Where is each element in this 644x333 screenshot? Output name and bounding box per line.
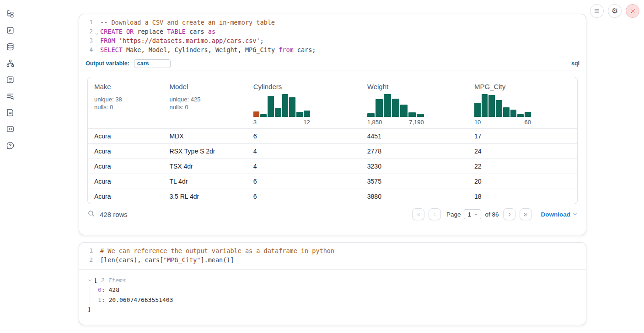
table-cell[interactable]: 3575 bbox=[361, 178, 468, 185]
tree-entry[interactable]: 1: 20.060747663551403 bbox=[98, 295, 586, 305]
histogram-bar bbox=[482, 94, 488, 117]
histogram-bar bbox=[260, 114, 267, 117]
histogram-range-labels: 1060 bbox=[474, 119, 531, 126]
table-cell[interactable]: 17 bbox=[468, 132, 577, 140]
menu-button[interactable] bbox=[590, 4, 604, 18]
previous-page-button[interactable] bbox=[429, 208, 441, 220]
tree-entry[interactable]: 0: 428 bbox=[98, 285, 586, 295]
python-cell: 1# We can reference the output variable … bbox=[79, 242, 586, 325]
datasources-icon[interactable] bbox=[4, 40, 16, 53]
table-cell[interactable]: Acura bbox=[88, 193, 163, 200]
table-cell[interactable]: 3230 bbox=[361, 163, 468, 170]
table-cell[interactable]: 2778 bbox=[361, 148, 468, 155]
code-line[interactable]: 2CREATE OR replace TABLE cars as bbox=[79, 27, 586, 36]
settings-button[interactable]: ⚙ bbox=[608, 4, 622, 18]
documentation-icon[interactable] bbox=[4, 106, 16, 119]
table-header-row: Makeunique: 38nulls: 0Modelunique: 425nu… bbox=[88, 77, 577, 128]
column-name[interactable]: Make bbox=[94, 83, 156, 90]
tree-close-bracket: ] bbox=[87, 305, 586, 314]
file-tree-icon[interactable] bbox=[4, 7, 16, 20]
column-name[interactable]: Cylinders bbox=[253, 83, 354, 90]
table-cell[interactable]: 18 bbox=[468, 193, 577, 200]
shutdown-button[interactable] bbox=[626, 4, 639, 18]
table-cell[interactable]: TSX 4dr bbox=[163, 163, 247, 170]
column-name[interactable]: Model bbox=[169, 83, 240, 90]
table-cell[interactable]: Acura bbox=[88, 163, 163, 170]
page-select[interactable]: 1 bbox=[464, 209, 481, 219]
column-header-Cylinders: Cylinders312 bbox=[247, 83, 361, 126]
line-number: 1 bbox=[79, 246, 96, 255]
gear-icon: ⚙ bbox=[612, 7, 618, 15]
search-icon[interactable] bbox=[87, 210, 95, 219]
table-cell[interactable]: 6 bbox=[247, 132, 361, 140]
tree-items-count: 2 Items bbox=[101, 276, 126, 285]
table-cell[interactable]: TL 4dr bbox=[163, 178, 247, 185]
table-cell[interactable]: Acura bbox=[88, 148, 163, 155]
tree-open-bracket: [ bbox=[94, 276, 97, 285]
histogram-bar bbox=[503, 107, 510, 117]
column-histogram[interactable]: 1060 bbox=[474, 94, 531, 126]
help-icon[interactable] bbox=[4, 139, 16, 152]
code-line[interactable]: 2[len(cars), cars["MPG_City"].mean()] bbox=[79, 255, 586, 264]
close-icon bbox=[630, 8, 636, 14]
dependency-graph-icon[interactable] bbox=[4, 57, 16, 69]
table-cell[interactable]: 4451 bbox=[361, 132, 468, 140]
table-cell[interactable]: 3.5 RL 4dr bbox=[163, 193, 247, 200]
table-cell[interactable]: RSX Type S 2dr bbox=[163, 148, 247, 155]
snippets-icon[interactable] bbox=[4, 122, 16, 135]
histogram-bar bbox=[282, 94, 289, 117]
code-line[interactable]: 1# We can reference the output variable … bbox=[79, 246, 586, 255]
table-cell[interactable]: 4 bbox=[247, 148, 361, 155]
column-histogram[interactable]: 1,8507,190 bbox=[367, 94, 424, 126]
histogram-bar bbox=[510, 110, 517, 117]
download-button[interactable]: Download bbox=[541, 211, 578, 218]
line-number: 3 bbox=[79, 36, 96, 45]
table-cell[interactable]: MDX bbox=[163, 132, 247, 140]
sql-code-editor[interactable]: 1-- Download a CSV and create an in-memo… bbox=[79, 14, 586, 57]
table-row[interactable]: AcuraRSX Type S 2dr4277824 bbox=[88, 143, 577, 159]
page-label: Page bbox=[446, 211, 461, 218]
code-line[interactable]: 3FROM 'https://datasets.marimo.app/cars.… bbox=[79, 36, 586, 45]
table-row[interactable]: AcuraTSX 4dr4323022 bbox=[88, 159, 577, 174]
chevron-down-icon bbox=[572, 211, 578, 217]
table-cell[interactable]: 3880 bbox=[361, 193, 468, 200]
table-cell[interactable]: 6 bbox=[247, 178, 361, 185]
table-cell[interactable]: 6 bbox=[247, 193, 361, 200]
topbar-actions: ⚙ bbox=[590, 4, 639, 18]
table-row[interactable]: Acura3.5 RL 4dr6388018 bbox=[88, 189, 577, 204]
table-row[interactable]: AcuraMDX6445117 bbox=[88, 128, 577, 143]
table-cell[interactable]: 20 bbox=[468, 178, 577, 185]
histogram-bar bbox=[488, 95, 495, 117]
code-text: SELECT Make, Model, Cylinders, Weight, M… bbox=[96, 45, 316, 54]
row-count: 428 rows bbox=[100, 211, 128, 218]
table-cell[interactable]: 4 bbox=[247, 163, 361, 170]
output-variable-label: Output variable: bbox=[86, 60, 129, 67]
column-histogram[interactable]: 312 bbox=[253, 94, 310, 126]
next-page-button[interactable] bbox=[503, 208, 515, 220]
table-footer: 428 rows Page 1 of 86 Download bbox=[87, 204, 578, 224]
table-cell[interactable]: 24 bbox=[468, 148, 577, 155]
python-code-editor[interactable]: 1# We can reference the output variable … bbox=[79, 243, 586, 267]
column-name[interactable]: Weight bbox=[367, 83, 462, 90]
last-page-button[interactable] bbox=[520, 208, 532, 220]
table-cell[interactable]: 22 bbox=[468, 163, 577, 170]
column-header-Make: Makeunique: 38nulls: 0 bbox=[88, 83, 163, 126]
table-row[interactable]: AcuraTL 4dr6357520 bbox=[88, 174, 577, 189]
logs-icon[interactable] bbox=[4, 73, 16, 86]
first-page-button[interactable] bbox=[412, 208, 424, 220]
code-text: [len(cars), cars["MPG_City"].mean()] bbox=[96, 255, 234, 264]
output-variable-input[interactable] bbox=[134, 59, 171, 68]
tree-collapse-icon[interactable] bbox=[87, 278, 93, 283]
column-stats: unique: 38nulls: 0 bbox=[94, 95, 156, 111]
histogram-bar bbox=[253, 111, 260, 117]
outline-search-icon[interactable] bbox=[4, 90, 16, 102]
line-number: 2 bbox=[79, 255, 96, 264]
code-line[interactable]: 1-- Download a CSV and create an in-memo… bbox=[79, 18, 586, 27]
histogram-bar bbox=[384, 94, 391, 117]
column-name[interactable]: MPG_City bbox=[474, 83, 571, 90]
table-cell[interactable]: Acura bbox=[88, 178, 163, 185]
variables-icon[interactable] bbox=[4, 24, 16, 37]
histogram-range-labels: 312 bbox=[253, 119, 310, 126]
table-cell[interactable]: Acura bbox=[88, 132, 163, 140]
code-line[interactable]: 4SELECT Make, Model, Cylinders, Weight, … bbox=[79, 45, 586, 54]
